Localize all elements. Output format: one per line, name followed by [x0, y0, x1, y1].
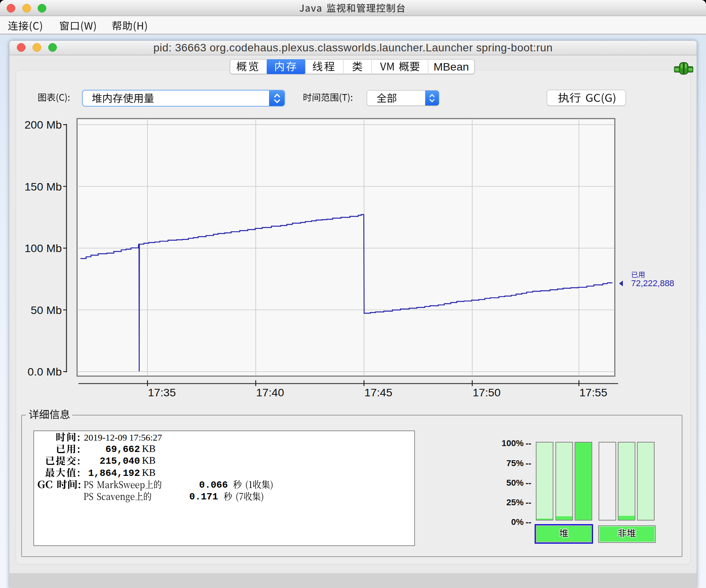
- svg-text:17:45: 17:45: [364, 386, 392, 399]
- svg-text:215,040: 215,040: [100, 456, 140, 466]
- svg-text:0.066: 0.066: [199, 480, 228, 490]
- svg-text:1,864,192: 1,864,192: [88, 468, 140, 479]
- svg-text:50%: 50%: [506, 478, 524, 488]
- svg-text:72,222,888: 72,222,888: [631, 278, 674, 288]
- svg-text:150 Mb: 150 Mb: [24, 180, 62, 193]
- svg-text:KB: KB: [142, 443, 156, 454]
- svg-text:--: --: [526, 478, 531, 488]
- svg-text:KB: KB: [142, 467, 156, 478]
- svg-text:17:40: 17:40: [256, 386, 284, 399]
- svg-text:2019-12-09 17:56:27: 2019-12-09 17:56:27: [84, 432, 162, 443]
- svg-text:0.171: 0.171: [189, 492, 218, 502]
- svg-text:25%: 25%: [506, 497, 524, 507]
- svg-text:--: --: [526, 497, 531, 507]
- svg-text:--: --: [526, 438, 531, 448]
- svg-text:100%: 100%: [502, 438, 524, 448]
- svg-text:--: --: [526, 517, 531, 527]
- svg-text:--: --: [526, 458, 531, 468]
- svg-text:pid: 36663 org.codehaus.plexus: pid: 36663 org.codehaus.plexus.classworl…: [153, 42, 553, 54]
- svg-text:17:50: 17:50: [473, 386, 500, 399]
- svg-text:MBean: MBean: [433, 60, 469, 73]
- svg-text:75%: 75%: [506, 458, 524, 468]
- svg-text:KB: KB: [142, 455, 156, 466]
- svg-text:69,662: 69,662: [106, 444, 140, 455]
- svg-text:0%: 0%: [511, 517, 524, 527]
- svg-text:100 Mb: 100 Mb: [24, 242, 62, 254]
- svg-text:0.0 Mb: 0.0 Mb: [27, 365, 62, 378]
- svg-text:50 Mb: 50 Mb: [31, 304, 62, 316]
- svg-text:17:35: 17:35: [148, 386, 176, 399]
- svg-text:17:55: 17:55: [579, 386, 607, 399]
- svg-text:200 Mb: 200 Mb: [24, 118, 62, 131]
